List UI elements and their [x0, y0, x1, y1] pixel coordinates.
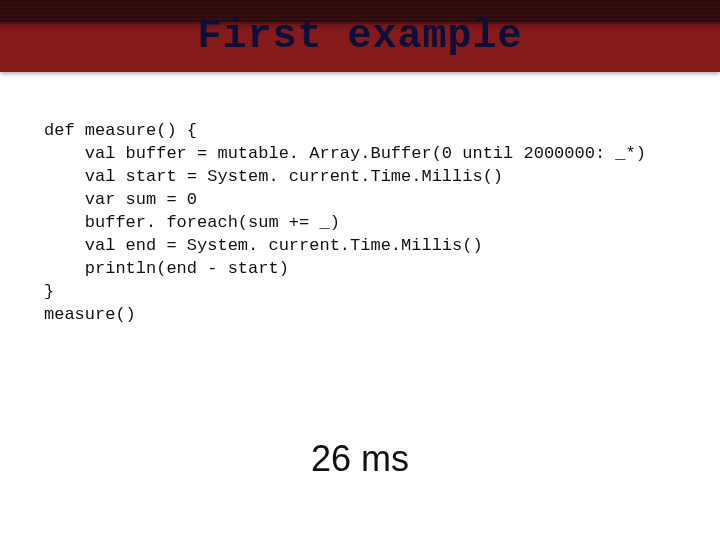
- slide: First example def measure() { val buffer…: [0, 0, 720, 540]
- slide-title: First example: [197, 14, 522, 59]
- result-text: 26 ms: [0, 438, 720, 480]
- code-block: def measure() { val buffer = mutable. Ar…: [44, 120, 646, 326]
- title-bar: First example: [0, 0, 720, 72]
